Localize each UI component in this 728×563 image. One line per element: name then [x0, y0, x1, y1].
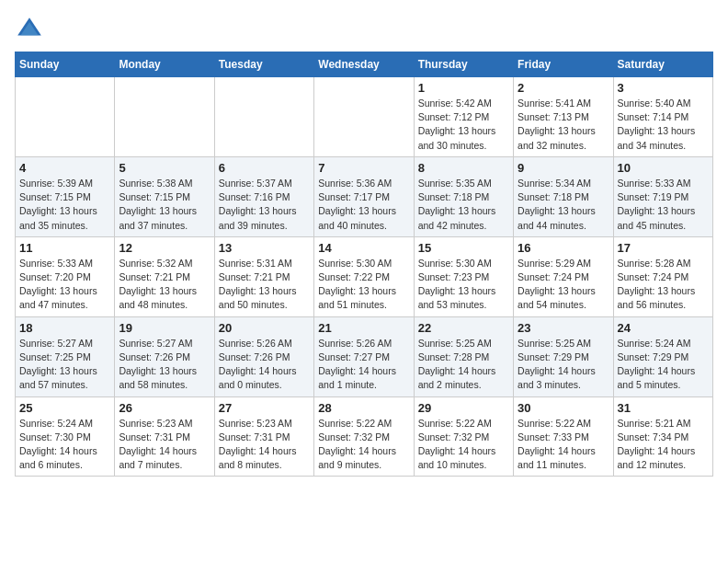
calendar-cell: 13Sunrise: 5:31 AM Sunset: 7:21 PM Dayli…: [214, 236, 313, 316]
cell-info: Sunrise: 5:35 AM Sunset: 7:18 PM Dayligh…: [418, 177, 509, 233]
calendar-table: SundayMondayTuesdayWednesdayThursdayFrid…: [15, 52, 713, 477]
day-number: 19: [119, 321, 210, 335]
day-number: 13: [219, 241, 310, 255]
day-number: 26: [119, 401, 210, 415]
day-number: 16: [518, 241, 609, 255]
calendar-cell: 5Sunrise: 5:38 AM Sunset: 7:15 PM Daylig…: [115, 156, 214, 236]
calendar-cell: [16, 77, 115, 157]
calendar-cell: 4Sunrise: 5:39 AM Sunset: 7:15 PM Daylig…: [16, 156, 115, 236]
cell-info: Sunrise: 5:41 AM Sunset: 7:13 PM Dayligh…: [518, 97, 609, 153]
cell-info: Sunrise: 5:34 AM Sunset: 7:18 PM Dayligh…: [518, 177, 609, 233]
cell-info: Sunrise: 5:38 AM Sunset: 7:15 PM Dayligh…: [119, 177, 210, 233]
week-row-5: 25Sunrise: 5:24 AM Sunset: 7:30 PM Dayli…: [16, 396, 713, 477]
calendar-cell: 28Sunrise: 5:22 AM Sunset: 7:32 PM Dayli…: [314, 396, 414, 477]
cell-info: Sunrise: 5:22 AM Sunset: 7:33 PM Dayligh…: [518, 417, 609, 473]
calendar-cell: 10Sunrise: 5:33 AM Sunset: 7:19 PM Dayli…: [613, 156, 712, 236]
calendar-cell: 22Sunrise: 5:25 AM Sunset: 7:28 PM Dayli…: [414, 316, 513, 396]
day-number: 28: [318, 401, 409, 415]
calendar-cell: 3Sunrise: 5:40 AM Sunset: 7:14 PM Daylig…: [613, 77, 712, 157]
day-number: 5: [119, 161, 210, 175]
calendar-cell: 31Sunrise: 5:21 AM Sunset: 7:34 PM Dayli…: [613, 396, 712, 477]
day-number: 10: [618, 161, 709, 175]
calendar-cell: [214, 77, 313, 157]
day-number: 12: [119, 241, 210, 255]
day-number: 27: [219, 401, 310, 415]
cell-info: Sunrise: 5:24 AM Sunset: 7:30 PM Dayligh…: [19, 417, 110, 473]
day-number: 30: [518, 401, 609, 415]
calendar-cell: 18Sunrise: 5:27 AM Sunset: 7:25 PM Dayli…: [16, 316, 115, 396]
column-header-wednesday: Wednesday: [314, 52, 414, 77]
day-number: 3: [618, 81, 709, 95]
day-number: 17: [618, 241, 709, 255]
day-number: 25: [19, 401, 110, 415]
calendar-cell: 9Sunrise: 5:34 AM Sunset: 7:18 PM Daylig…: [514, 156, 613, 236]
day-number: 22: [418, 321, 509, 335]
column-header-monday: Monday: [115, 52, 214, 77]
cell-info: Sunrise: 5:28 AM Sunset: 7:24 PM Dayligh…: [618, 257, 709, 313]
day-number: 23: [518, 321, 609, 335]
cell-info: Sunrise: 5:31 AM Sunset: 7:21 PM Dayligh…: [219, 257, 310, 313]
column-header-tuesday: Tuesday: [214, 52, 313, 77]
cell-info: Sunrise: 5:36 AM Sunset: 7:17 PM Dayligh…: [318, 177, 409, 233]
day-number: 31: [618, 401, 709, 415]
header-row: SundayMondayTuesdayWednesdayThursdayFrid…: [16, 52, 713, 77]
cell-info: Sunrise: 5:27 AM Sunset: 7:25 PM Dayligh…: [19, 337, 110, 393]
day-number: 21: [318, 321, 409, 335]
calendar-cell: 27Sunrise: 5:23 AM Sunset: 7:31 PM Dayli…: [214, 396, 313, 477]
cell-info: Sunrise: 5:23 AM Sunset: 7:31 PM Dayligh…: [119, 417, 210, 473]
calendar-cell: 1Sunrise: 5:42 AM Sunset: 7:12 PM Daylig…: [414, 77, 513, 157]
day-number: 8: [418, 161, 509, 175]
cell-info: Sunrise: 5:22 AM Sunset: 7:32 PM Dayligh…: [318, 417, 409, 473]
calendar-cell: 30Sunrise: 5:22 AM Sunset: 7:33 PM Dayli…: [514, 396, 613, 477]
day-number: 20: [219, 321, 310, 335]
day-number: 1: [418, 81, 509, 95]
week-row-4: 18Sunrise: 5:27 AM Sunset: 7:25 PM Dayli…: [16, 316, 713, 396]
day-number: 6: [219, 161, 310, 175]
cell-info: Sunrise: 5:33 AM Sunset: 7:20 PM Dayligh…: [19, 257, 110, 313]
week-row-3: 11Sunrise: 5:33 AM Sunset: 7:20 PM Dayli…: [16, 236, 713, 316]
calendar-cell: [115, 77, 214, 157]
calendar-cell: 2Sunrise: 5:41 AM Sunset: 7:13 PM Daylig…: [514, 77, 613, 157]
week-row-2: 4Sunrise: 5:39 AM Sunset: 7:15 PM Daylig…: [16, 156, 713, 236]
calendar-cell: 17Sunrise: 5:28 AM Sunset: 7:24 PM Dayli…: [613, 236, 712, 316]
day-number: 18: [19, 321, 110, 335]
day-number: 4: [19, 161, 110, 175]
calendar-cell: 14Sunrise: 5:30 AM Sunset: 7:22 PM Dayli…: [314, 236, 414, 316]
day-number: 29: [418, 401, 509, 415]
day-number: 2: [518, 81, 609, 95]
column-header-saturday: Saturday: [613, 52, 712, 77]
cell-info: Sunrise: 5:26 AM Sunset: 7:27 PM Dayligh…: [318, 337, 409, 393]
calendar-cell: 24Sunrise: 5:24 AM Sunset: 7:29 PM Dayli…: [613, 316, 712, 396]
day-number: 15: [418, 241, 509, 255]
calendar-cell: 16Sunrise: 5:29 AM Sunset: 7:24 PM Dayli…: [514, 236, 613, 316]
cell-info: Sunrise: 5:32 AM Sunset: 7:21 PM Dayligh…: [119, 257, 210, 313]
calendar-cell: 6Sunrise: 5:37 AM Sunset: 7:16 PM Daylig…: [214, 156, 313, 236]
calendar-cell: 12Sunrise: 5:32 AM Sunset: 7:21 PM Dayli…: [115, 236, 214, 316]
cell-info: Sunrise: 5:25 AM Sunset: 7:28 PM Dayligh…: [418, 337, 509, 393]
calendar-cell: 7Sunrise: 5:36 AM Sunset: 7:17 PM Daylig…: [314, 156, 414, 236]
column-header-thursday: Thursday: [414, 52, 513, 77]
calendar-cell: [314, 77, 414, 157]
calendar-cell: 23Sunrise: 5:25 AM Sunset: 7:29 PM Dayli…: [514, 316, 613, 396]
day-number: 24: [618, 321, 709, 335]
week-row-1: 1Sunrise: 5:42 AM Sunset: 7:12 PM Daylig…: [16, 77, 713, 157]
logo-icon: [15, 15, 44, 44]
calendar-body: 1Sunrise: 5:42 AM Sunset: 7:12 PM Daylig…: [16, 77, 713, 477]
cell-info: Sunrise: 5:33 AM Sunset: 7:19 PM Dayligh…: [618, 177, 709, 233]
cell-info: Sunrise: 5:39 AM Sunset: 7:15 PM Dayligh…: [19, 177, 110, 233]
calendar-cell: 26Sunrise: 5:23 AM Sunset: 7:31 PM Dayli…: [115, 396, 214, 477]
cell-info: Sunrise: 5:27 AM Sunset: 7:26 PM Dayligh…: [119, 337, 210, 393]
cell-info: Sunrise: 5:40 AM Sunset: 7:14 PM Dayligh…: [618, 97, 709, 153]
logo: [15, 15, 48, 44]
cell-info: Sunrise: 5:23 AM Sunset: 7:31 PM Dayligh…: [219, 417, 310, 473]
calendar-cell: 29Sunrise: 5:22 AM Sunset: 7:32 PM Dayli…: [414, 396, 513, 477]
day-number: 14: [318, 241, 409, 255]
column-header-friday: Friday: [514, 52, 613, 77]
page-header: [15, 15, 713, 44]
cell-info: Sunrise: 5:22 AM Sunset: 7:32 PM Dayligh…: [418, 417, 509, 473]
calendar-cell: 19Sunrise: 5:27 AM Sunset: 7:26 PM Dayli…: [115, 316, 214, 396]
calendar-cell: 15Sunrise: 5:30 AM Sunset: 7:23 PM Dayli…: [414, 236, 513, 316]
calendar-cell: 8Sunrise: 5:35 AM Sunset: 7:18 PM Daylig…: [414, 156, 513, 236]
column-header-sunday: Sunday: [16, 52, 115, 77]
cell-info: Sunrise: 5:24 AM Sunset: 7:29 PM Dayligh…: [618, 337, 709, 393]
